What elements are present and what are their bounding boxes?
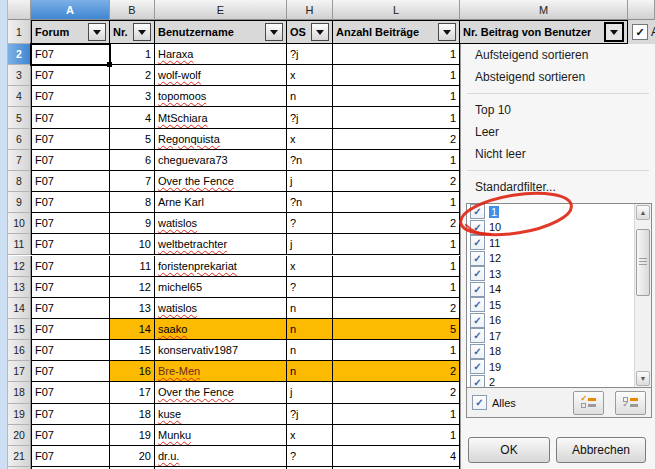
value-checkbox[interactable]: ✓ <box>470 375 485 387</box>
filter-value-row[interactable]: ✓17 <box>467 328 634 344</box>
column-header-a[interactable]: A <box>31 0 110 20</box>
cell[interactable]: MtSchiara <box>155 107 287 128</box>
cell[interactable]: Haraxa <box>155 44 287 65</box>
cell[interactable]: 15 <box>110 340 155 361</box>
cell[interactable]: 2 <box>333 213 460 234</box>
autofilter-dropdown-button[interactable] <box>604 22 624 42</box>
cell[interactable]: x <box>287 425 333 446</box>
cell[interactable]: 1 <box>333 150 460 171</box>
cell[interactable]: Over the Fence <box>155 171 287 192</box>
cell[interactable]: 4 <box>333 446 460 467</box>
cell[interactable]: 1 <box>333 425 460 446</box>
cell[interactable]: 13 <box>110 298 155 319</box>
cell[interactable]: x <box>287 65 333 86</box>
cell[interactable]: 14 <box>110 319 155 340</box>
cell[interactable]: 19 <box>110 425 155 446</box>
row-header-8[interactable]: 8 <box>8 171 31 192</box>
autofilter-dropdown-button[interactable] <box>438 23 456 41</box>
row-header-12[interactable]: 12 <box>8 256 31 277</box>
filter-value-row[interactable]: ✓16 <box>467 313 634 329</box>
filter-value-row[interactable]: ✓13 <box>467 266 634 282</box>
scroll-up-button[interactable]: ▲ <box>636 205 650 220</box>
value-checkbox[interactable]: ✓ <box>470 251 485 266</box>
filter-value-row[interactable]: ✓15 <box>467 297 634 313</box>
row-header-11[interactable]: 11 <box>8 234 31 255</box>
filter-value-row[interactable]: ✓1 <box>467 204 634 220</box>
alles-checkbox[interactable]: ✓ <box>472 395 487 410</box>
cell[interactable]: j <box>287 234 333 255</box>
field-header-os[interactable]: OS <box>287 20 333 44</box>
filter-value-row[interactable]: ✓11 <box>467 235 634 251</box>
cell[interactable]: ? <box>287 213 333 234</box>
column-header-h[interactable]: H <box>287 0 333 20</box>
value-checkbox[interactable]: ✓ <box>470 328 485 343</box>
filter-value-row[interactable]: ✓10 <box>467 220 634 236</box>
row-header-14[interactable]: 14 <box>8 298 31 319</box>
value-checkbox[interactable]: ✓ <box>470 297 485 312</box>
row-header-20[interactable]: 20 <box>8 425 31 446</box>
cell[interactable]: 1 <box>333 107 460 128</box>
cell[interactable]: F07 <box>31 425 110 446</box>
filter-value-row[interactable]: ✓2 <box>467 375 634 388</box>
cell[interactable]: 5 <box>333 319 460 340</box>
cell[interactable]: F07 <box>31 107 110 128</box>
cell[interactable]: 2 <box>333 129 460 150</box>
menu-item-aufsteigend-sortieren[interactable]: Aufsteigend sortieren <box>461 44 655 66</box>
cell[interactable]: 4 <box>110 107 155 128</box>
ok-button[interactable]: OK <box>468 437 550 463</box>
cell[interactable]: Munku <box>155 425 287 446</box>
cell[interactable]: Arne Karl <box>155 192 287 213</box>
cell[interactable]: 1 <box>333 234 460 255</box>
cell[interactable]: F07 <box>31 446 110 467</box>
cell[interactable]: 9 <box>110 213 155 234</box>
cell[interactable]: 18 <box>110 404 155 425</box>
cell[interactable]: ? <box>287 446 333 467</box>
cell[interactable]: 2 <box>333 298 460 319</box>
n1-checkbox[interactable]: ✓ <box>632 24 648 40</box>
menu-item-nicht-leer[interactable]: Nicht leer <box>461 143 655 165</box>
cell[interactable]: ? <box>287 277 333 298</box>
cell[interactable]: 7 <box>110 171 155 192</box>
filter-value-row[interactable]: ✓19 <box>467 359 634 375</box>
autofilter-dropdown-button[interactable] <box>133 23 151 41</box>
cell[interactable]: F07 <box>31 150 110 171</box>
cell[interactable]: ?j <box>287 404 333 425</box>
value-checkbox[interactable]: ✓ <box>470 313 485 328</box>
column-header-l[interactable]: L <box>333 0 460 20</box>
cell[interactable]: n <box>287 298 333 319</box>
cell[interactable]: Over the Fence <box>155 382 287 403</box>
filter-value-row[interactable]: ✓18 <box>467 344 634 360</box>
cell[interactable]: ?j <box>287 107 333 128</box>
field-header-nr-[interactable]: Nr. <box>110 20 155 44</box>
autofilter-dropdown-button[interactable] <box>311 23 329 41</box>
cell[interactable]: michel65 <box>155 277 287 298</box>
value-checkbox[interactable]: ✓ <box>470 235 485 250</box>
value-checkbox[interactable]: ✓ <box>470 266 485 281</box>
row-header-3[interactable]: 3 <box>8 65 31 86</box>
column-header-m[interactable]: M <box>460 0 628 20</box>
cell[interactable]: 3 <box>110 86 155 107</box>
cell[interactable]: 12 <box>110 277 155 298</box>
cell[interactable]: ?j <box>287 44 333 65</box>
cell[interactable]: x <box>287 129 333 150</box>
cell[interactable]: F07 <box>31 340 110 361</box>
row-header-16[interactable]: 16 <box>8 340 31 361</box>
cell[interactable]: F07 <box>31 256 110 277</box>
cell[interactable]: dr.u. <box>155 446 287 467</box>
cell[interactable]: 10 <box>110 234 155 255</box>
cell[interactable]: topomoos <box>155 86 287 107</box>
cell[interactable]: 1 <box>110 44 155 65</box>
value-checkbox[interactable]: ✓ <box>470 220 485 235</box>
cell[interactable]: wolf-wolf <box>155 65 287 86</box>
row-header-9[interactable]: 9 <box>8 192 31 213</box>
cell[interactable]: 1 <box>333 256 460 277</box>
cell[interactable]: 1 <box>333 277 460 298</box>
cell[interactable]: F07 <box>31 171 110 192</box>
row-header-10[interactable]: 10 <box>8 213 31 234</box>
cell[interactable]: F07 <box>31 319 110 340</box>
cell[interactable]: ?n <box>287 192 333 213</box>
column-header-n[interactable] <box>628 0 655 20</box>
cell[interactable]: n <box>287 340 333 361</box>
cell[interactable]: Regonquista <box>155 129 287 150</box>
cell[interactable]: F07 <box>31 213 110 234</box>
